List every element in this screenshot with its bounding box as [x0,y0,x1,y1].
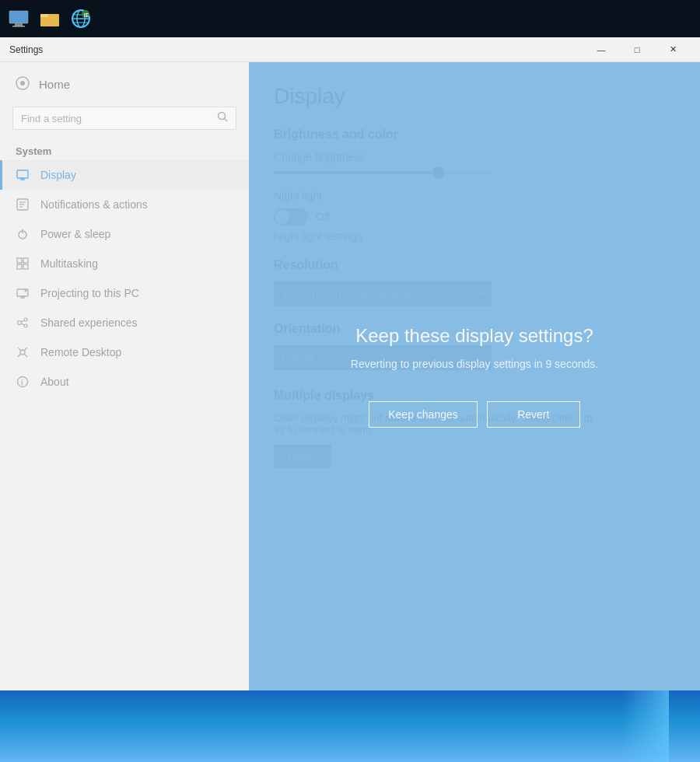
svg-line-40 [18,348,21,351]
brightness-slider[interactable] [274,171,492,174]
sidebar-item-power[interactable]: Power & sleep [0,219,249,249]
svg-point-34 [25,290,27,292]
brightness-section-title: Brightness and color [274,128,675,142]
projecting-icon [16,286,30,300]
svg-rect-26 [17,258,22,263]
brightness-thumb[interactable] [432,166,445,179]
home-label: Home [39,78,70,91]
sidebar-item-display[interactable]: Display [0,160,249,190]
sidebar-item-remote[interactable]: Remote Desktop [0,337,249,367]
svg-point-37 [24,324,27,327]
svg-line-43 [24,354,27,357]
dialog-subtitle: Reverting to previous display settings i… [351,358,598,370]
orientation-dropdown-arrow: ▾ [479,353,484,363]
multitasking-icon [16,257,30,271]
orientation-dropdown[interactable]: Portrait ▾ [274,345,492,370]
svg-rect-4 [40,14,48,17]
desktop-background [0,690,700,762]
svg-rect-2 [12,26,25,27]
sidebar-item-notifications-label: Notifications & actions [40,198,148,211]
multiple-displays-desc: Older displays might not always connect … [274,412,600,435]
brightness-label: Change brightness [274,151,675,163]
sidebar-item-display-label: Display [40,169,76,181]
svg-point-14 [219,113,226,120]
settings-window: Settings — □ ✕ Home [0,37,700,690]
keep-changes-button[interactable]: Keep changes [369,401,478,428]
svg-rect-30 [17,289,28,296]
minimize-button[interactable]: — [583,37,619,62]
resolution-value: 900 × 1600 (Recommended) [282,288,411,300]
sidebar-home[interactable]: Home [0,68,249,100]
window-content: Home System [0,62,700,690]
sidebar-item-multitasking[interactable]: Multitasking [0,249,249,278]
night-light-label: Night light [274,190,675,202]
resolution-label: Resolution [274,258,675,272]
svg-line-15 [225,119,228,122]
night-light-toggle[interactable] [274,208,308,225]
notifications-icon [16,197,30,211]
window-title: Settings [9,44,583,55]
orientation-value: Portrait [282,352,314,364]
dialog-content: Keep these display settings? Reverting t… [320,325,629,428]
svg-line-42 [18,354,21,357]
svg-rect-16 [17,170,28,178]
sidebar-item-shared-label: Shared experiences [40,316,138,329]
svg-rect-28 [17,264,22,269]
browser-taskbar-icon[interactable]: IE [68,6,93,31]
keep-settings-dialog: Keep these display settings? Reverting t… [249,62,700,690]
sidebar-item-power-label: Power & sleep [40,228,110,240]
taskbar: IE [0,0,700,37]
close-button[interactable]: ✕ [655,37,691,62]
svg-rect-1 [15,23,23,26]
dialog-buttons: Keep changes Revert [351,401,598,428]
brightness-slider-container [274,171,675,174]
toggle-knob [275,210,289,224]
page-title: Display [274,84,675,109]
resolution-dropdown[interactable]: 900 × 1600 (Recommended) ▾ [274,281,492,306]
window-controls: — □ ✕ [583,37,691,62]
svg-point-24 [19,231,26,239]
dialog-subtitle-suffix: seconds. [551,358,598,370]
dialog-countdown: 9 [545,358,551,370]
maximize-button[interactable]: □ [619,37,655,62]
computer-taskbar-icon[interactable] [6,6,31,31]
power-icon [16,227,30,241]
svg-point-12 [16,77,29,89]
multiple-displays-title: Multiple displays [274,389,675,403]
svg-rect-0 [9,11,28,23]
svg-rect-29 [23,264,28,269]
title-bar: Settings — □ ✕ [0,37,700,62]
sidebar-item-projecting-label: Projecting to this PC [40,287,139,299]
dialog-subtitle-prefix: Reverting to previous display settings i… [351,358,546,370]
display-icon [16,168,30,182]
svg-point-45 [18,377,28,387]
search-icon [217,111,228,125]
revert-button[interactable]: Revert [487,401,580,428]
sidebar-item-notifications[interactable]: Notifications & actions [0,190,249,219]
about-icon: i [16,375,30,389]
svg-point-36 [24,318,27,321]
night-light-row: Off [274,208,675,225]
svg-text:IE: IE [84,12,89,18]
orientation-label: Orientation [274,322,675,336]
sidebar-item-multitasking-label: Multitasking [40,257,98,270]
svg-rect-20 [17,199,28,210]
detect-button[interactable]: Detect [274,445,331,467]
home-icon [16,76,30,93]
remote-icon [16,345,30,359]
main-content: Display Brightness and color Change brig… [249,62,700,690]
sidebar: Home System [0,62,249,690]
svg-point-35 [18,321,22,325]
sidebar-item-projecting[interactable]: Projecting to this PC [0,278,249,308]
resolution-container: Resolution 900 × 1600 (Recommended) ▾ [274,258,675,306]
svg-text:i: i [21,379,23,386]
sidebar-item-shared[interactable]: Shared experiences [0,308,249,337]
search-box[interactable] [12,107,236,130]
sidebar-item-about-label: About [40,376,69,388]
night-light-settings-link[interactable]: Night light settings [274,230,675,243]
orientation-container: Orientation Portrait ▾ [274,322,675,370]
folder-taskbar-icon[interactable] [37,6,62,31]
sidebar-item-about[interactable]: i About [0,367,249,397]
search-input[interactable] [21,113,212,124]
svg-rect-27 [23,258,28,263]
